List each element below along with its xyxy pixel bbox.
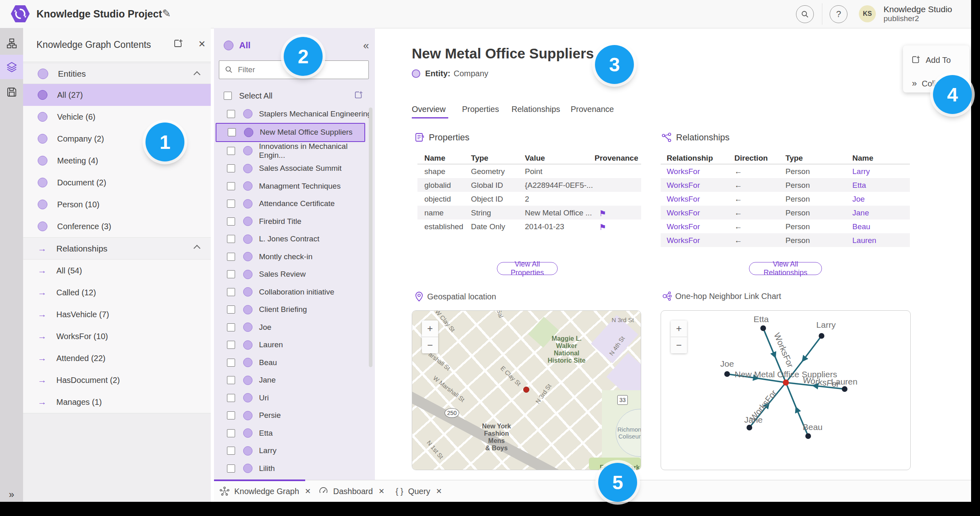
relationship-type-attended[interactable]: → Attended (22) <box>23 347 211 369</box>
entity-type-all[interactable]: All (27) <box>23 84 211 106</box>
relationship-link[interactable]: WorksFor <box>667 209 700 217</box>
collapse-relationships-icon[interactable] <box>194 245 201 252</box>
zoom-in-button[interactable]: + <box>422 320 438 337</box>
list-item[interactable]: Persie <box>216 407 375 425</box>
entity-type-meeting[interactable]: Meeting (4) <box>23 150 211 172</box>
table-row[interactable]: globalid Global ID {A228944F-0EF5-... <box>417 178 641 192</box>
table-row[interactable]: WorksFor ← Person Etta <box>661 178 910 192</box>
item-checkbox[interactable] <box>227 429 235 437</box>
close-tab-icon[interactable]: ✕ <box>305 487 311 496</box>
tab-provenance[interactable]: Provenance <box>571 105 614 114</box>
list-item[interactable]: Attendance Certificate <box>216 195 375 213</box>
item-checkbox[interactable] <box>227 359 235 367</box>
list-item[interactable]: L. Jones Contract <box>216 230 375 248</box>
list-item[interactable]: Sales Associate Summit <box>216 160 375 178</box>
list-item[interactable]: Collaboration initiative <box>216 283 375 301</box>
entities-section-header[interactable]: Entities <box>23 64 211 84</box>
menu-item-add-to[interactable]: Add To <box>903 51 969 69</box>
item-checkbox[interactable] <box>227 447 235 455</box>
list-item[interactable]: Staplers Mechanical Engineering <box>216 105 375 123</box>
tab-properties[interactable]: Properties <box>462 105 499 114</box>
item-checkbox[interactable] <box>227 323 235 331</box>
hierarchy-rail-button[interactable] <box>0 31 23 56</box>
relationship-link[interactable]: WorksFor <box>667 236 700 245</box>
list-item[interactable]: Managment Techniques <box>216 177 375 195</box>
avatar[interactable]: KS <box>859 5 876 22</box>
item-checkbox[interactable] <box>227 411 235 419</box>
table-row[interactable]: WorksFor ← Person Joe <box>661 192 910 206</box>
save-rail-button[interactable] <box>0 80 23 104</box>
relationship-type-worksfor[interactable]: → WorksFor (10) <box>23 325 211 347</box>
item-checkbox[interactable] <box>227 164 235 172</box>
relationship-type-manages[interactable]: → Manages (1) <box>23 391 211 413</box>
add-item-button[interactable] <box>354 90 364 100</box>
node-beau[interactable] <box>805 433 811 439</box>
node-jane[interactable] <box>747 425 752 430</box>
zoom-in-button[interactable]: + <box>671 320 687 337</box>
list-item[interactable]: Firebird Title <box>216 213 375 230</box>
item-checkbox[interactable] <box>227 235 235 243</box>
relationship-link[interactable]: WorksFor <box>667 167 700 176</box>
item-checkbox[interactable] <box>227 182 235 190</box>
table-row[interactable]: shape Geometry Point <box>417 164 641 178</box>
tab-dashboard[interactable]: Dashboard ✕ <box>319 480 385 502</box>
close-tab-icon[interactable]: ✕ <box>436 487 442 496</box>
relationship-link[interactable]: WorksFor <box>667 181 700 190</box>
relationship-type-hasdocument[interactable]: → HasDocument (2) <box>23 369 211 391</box>
add-to-panel-button[interactable] <box>173 39 184 49</box>
list-item[interactable]: Joe <box>216 318 375 336</box>
list-item[interactable]: Client Briefing <box>216 301 375 319</box>
entity-type-document[interactable]: Document (2) <box>23 172 211 194</box>
scrollbar[interactable] <box>369 108 372 367</box>
select-all-row[interactable]: Select All <box>219 86 371 105</box>
tab-knowledge-graph[interactable]: Knowledge Graph ✕ <box>220 480 311 502</box>
table-row[interactable]: name String New Metal Office ... ⚑ <box>417 206 641 219</box>
item-checkbox[interactable] <box>227 288 235 296</box>
list-item-selected[interactable]: New Metal Office Suppliers <box>216 123 365 142</box>
name-link[interactable]: Beau <box>852 222 870 231</box>
link-chart[interactable]: Etta Larry Joe Lauren Jane Beau New Meta… <box>661 310 911 470</box>
node-joe[interactable] <box>724 371 730 377</box>
item-checkbox[interactable] <box>227 341 235 349</box>
close-panel-icon[interactable]: ✕ <box>198 39 205 49</box>
zoom-out-button[interactable]: − <box>671 337 687 353</box>
node-center[interactable] <box>783 380 789 386</box>
tab-query[interactable]: { } Query ✕ <box>396 480 442 502</box>
view-all-relationships-button[interactable]: View All Relationships <box>749 262 822 275</box>
edit-title-icon[interactable]: ✎ <box>162 7 171 20</box>
item-checkbox[interactable] <box>227 376 235 384</box>
close-tab-icon[interactable]: ✕ <box>379 487 385 496</box>
table-row[interactable]: WorksFor ← Person Jane <box>661 206 910 219</box>
list-item[interactable]: Sales Review <box>216 266 375 284</box>
list-item[interactable]: Beau <box>216 354 375 372</box>
provenance-flag-icon[interactable]: ⚑ <box>599 209 606 218</box>
help-button[interactable]: ? <box>830 5 847 23</box>
relationship-link[interactable]: WorksFor <box>667 195 700 204</box>
table-row[interactable]: WorksFor ← Person Beau <box>661 219 910 233</box>
link-chart-canvas[interactable]: Etta Larry Joe Lauren Jane Beau New Meta… <box>661 311 910 470</box>
select-all-checkbox[interactable] <box>224 92 232 100</box>
table-row[interactable]: established Date Only 2014-01-23 ⚑ <box>417 219 641 233</box>
name-link[interactable]: Jane <box>852 209 869 217</box>
list-item[interactable]: Lauren <box>216 336 375 354</box>
item-checkbox[interactable] <box>227 110 235 118</box>
relationship-type-called[interactable]: → Called (12) <box>23 282 211 303</box>
table-row[interactable]: objectid Object ID 2 <box>417 192 641 206</box>
table-row[interactable]: WorksFor ← Person Larry <box>661 164 910 178</box>
list-item[interactable]: Uri <box>216 389 375 407</box>
item-checkbox[interactable] <box>227 217 235 226</box>
list-item[interactable]: Lilith <box>216 460 375 477</box>
tab-overview[interactable]: Overview <box>412 105 445 114</box>
relationship-link[interactable]: WorksFor <box>667 222 700 231</box>
item-checkbox[interactable] <box>227 464 235 473</box>
zoom-out-button[interactable]: − <box>422 337 438 353</box>
name-link[interactable]: Joe <box>852 195 865 204</box>
entity-type-conference[interactable]: Conference (3) <box>23 215 211 237</box>
relationships-section-header[interactable]: → Relationships <box>23 237 211 260</box>
geospatial-map[interactable]: W Clay St Sal N 3rd St Maggie L. Walker … <box>412 310 641 470</box>
list-item[interactable]: Etta <box>216 424 375 442</box>
entity-type-vehicle[interactable]: Vehicle (6) <box>23 106 211 128</box>
item-checkbox[interactable] <box>227 253 235 261</box>
name-link[interactable]: Etta <box>852 181 866 190</box>
node-etta[interactable] <box>760 325 766 331</box>
